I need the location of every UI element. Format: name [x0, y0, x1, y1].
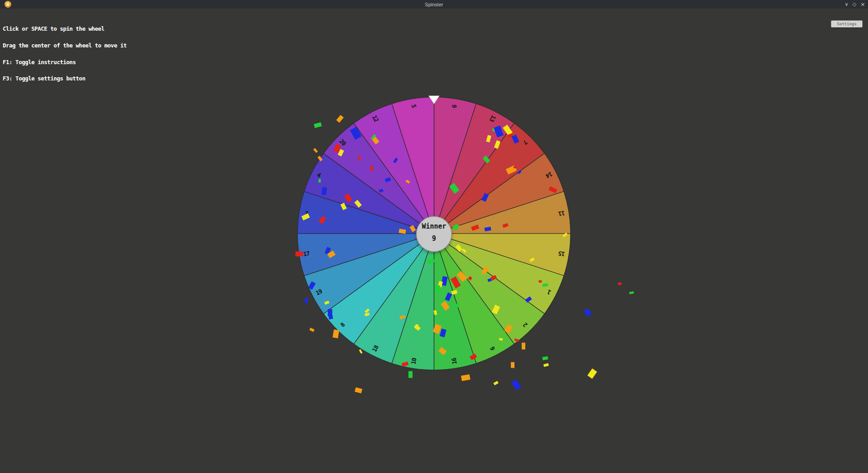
confetti-piece [435, 285, 440, 292]
confetti-piece [522, 343, 525, 350]
confetti-piece [542, 356, 548, 361]
wheel-segment-label: 15 [558, 250, 565, 258]
close-icon[interactable]: × [860, 0, 865, 9]
titlebar[interactable]: W Spinster ∨ ◇ × [0, 0, 868, 9]
maximize-icon[interactable]: ◇ [853, 0, 856, 9]
wheel-segment-label: 17 [303, 250, 310, 258]
confetti-piece [584, 308, 592, 317]
confetti-piece [543, 363, 549, 367]
confetti-piece [493, 381, 499, 385]
confetti-piece [539, 281, 542, 283]
winner-label: Winner [422, 222, 446, 230]
confetti-piece [370, 166, 373, 171]
confetti-piece [319, 179, 321, 183]
confetti-piece [333, 329, 340, 338]
confetti-piece [314, 122, 322, 128]
window-title: Spinster [0, 2, 868, 7]
confetti-piece [305, 297, 309, 303]
wheel-area[interactable]: 9137141115126161018819173420125Winner9 [0, 9, 868, 473]
confetti-piece [359, 349, 363, 354]
confetti-piece [409, 371, 413, 378]
confetti-piece [514, 166, 516, 169]
confetti-piece [587, 368, 597, 379]
confetti-piece [309, 328, 315, 332]
spinner-wheel-canvas[interactable]: 9137141115126161018819173420125Winner9 [0, 9, 868, 473]
confetti-piece [629, 291, 634, 295]
confetti-piece [461, 374, 471, 381]
confetti-piece [313, 148, 318, 153]
confetti-piece [511, 379, 521, 390]
minimize-icon[interactable]: ∨ [845, 0, 849, 9]
confetti-piece [618, 283, 622, 285]
confetti-piece [354, 387, 362, 393]
window-controls: ∨ ◇ × [845, 0, 865, 9]
confetti-piece [336, 115, 344, 122]
confetti-piece [511, 362, 514, 368]
confetti-piece [296, 252, 303, 257]
wheel-hub[interactable] [416, 216, 452, 252]
app-icon: W [5, 1, 11, 8]
winner-value: 9 [432, 234, 436, 243]
